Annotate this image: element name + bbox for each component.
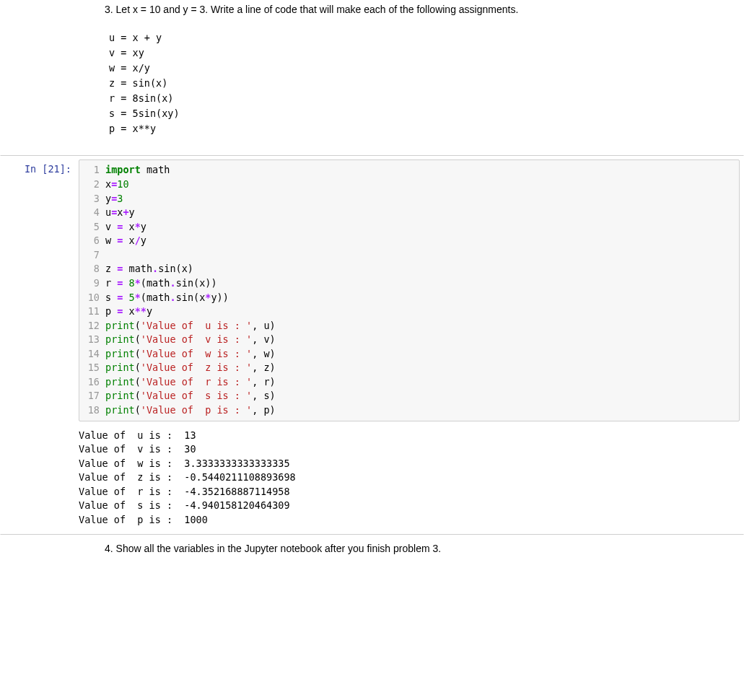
code-text: s = 5*(math.sin(x*y)) [105, 291, 739, 305]
line-number: 3 [79, 192, 105, 206]
output-area: Value of u is : 13 Value of v is : 30 Va… [79, 426, 740, 530]
code-line: 3y=3 [79, 192, 739, 206]
code-text: print('Value of z is : ', z) [105, 361, 739, 375]
code-line: 5v = x*y [79, 220, 739, 235]
code-input[interactable]: 1import math2x=103y=34u=x+y5v = x*y6w = … [79, 159, 740, 421]
code-line: 7 [79, 248, 739, 263]
line-number: 8 [79, 262, 105, 276]
code-text: import math [105, 163, 739, 178]
line-number: 12 [79, 319, 105, 333]
code-text: w = x/y [105, 234, 739, 248]
line-number: 4 [79, 206, 105, 220]
code-line: 6w = x/y [79, 234, 739, 248]
line-number: 18 [79, 403, 105, 418]
code-line: 10s = 5*(math.sin(x*y)) [79, 291, 739, 305]
code-line: 9r = 8*(math.sin(x)) [79, 276, 739, 291]
code-line: 15print('Value of z is : ', z) [79, 361, 739, 375]
code-line: 8z = math.sin(x) [79, 262, 739, 276]
line-number: 16 [79, 375, 105, 390]
code-line: 18print('Value of p is : ', p) [79, 403, 739, 418]
code-line: 14print('Value of w is : ', w) [79, 347, 739, 362]
code-cell[interactable]: In [21]: 1import math2x=103y=34u=x+y5v =… [0, 155, 744, 534]
question-3: 3. Let x = 10 and y = 3. Write a line of… [105, 2, 729, 17]
code-text: y=3 [105, 192, 739, 206]
code-text: v = x*y [105, 220, 739, 235]
code-line: 17print('Value of s is : ', s) [79, 389, 739, 403]
code-line: 11p = x**y [79, 305, 739, 319]
line-number: 14 [79, 347, 105, 362]
code-line: 16print('Value of r is : ', r) [79, 375, 739, 390]
line-number: 6 [79, 234, 105, 248]
code-text [105, 248, 739, 263]
code-line: 12print('Value of u is : ', u) [79, 319, 739, 333]
line-number: 2 [79, 178, 105, 192]
question-3-text: Let x = 10 and y = 3. Write a line of co… [116, 4, 519, 15]
code-text: print('Value of s is : ', s) [105, 389, 739, 403]
question-4-text: Show all the variables in the Jupyter no… [116, 543, 442, 554]
line-number: 15 [79, 361, 105, 375]
code-text: print('Value of u is : ', u) [105, 319, 739, 333]
line-number: 9 [79, 276, 105, 291]
code-line: 4u=x+y [79, 206, 739, 220]
code-text: print('Value of p is : ', p) [105, 403, 739, 418]
equations-block: u = x + y v = xy w = x/y z = sin(x) r = … [93, 17, 729, 149]
line-number: 11 [79, 305, 105, 319]
question-4: 4. Show all the variables in the Jupyter… [105, 541, 729, 556]
output-text: Value of u is : 13 Value of v is : 30 Va… [79, 426, 296, 530]
code-text: z = math.sin(x) [105, 262, 739, 276]
code-text: p = x**y [105, 305, 739, 319]
code-line: 13print('Value of v is : ', v) [79, 333, 739, 347]
line-number: 7 [79, 248, 105, 263]
prompt-area: In [21]: [1, 159, 79, 530]
question-3-number: 3. [105, 4, 113, 15]
question-4-number: 4. [105, 543, 113, 554]
code-text: print('Value of v is : ', v) [105, 333, 739, 347]
line-number: 5 [79, 220, 105, 235]
code-line: 1import math [79, 163, 739, 178]
code-text: r = 8*(math.sin(x)) [105, 276, 739, 291]
code-line: 2x=10 [79, 178, 739, 192]
markdown-cell-q4: 4. Show all the variables in the Jupyter… [0, 539, 744, 564]
input-prompt: In [21]: [25, 163, 71, 175]
line-number: 10 [79, 291, 105, 305]
markdown-cell-q3: 3. Let x = 10 and y = 3. Write a line of… [0, 0, 744, 151]
line-number: 13 [79, 333, 105, 347]
code-text: print('Value of w is : ', w) [105, 347, 739, 362]
line-number: 17 [79, 389, 105, 403]
code-text: u=x+y [105, 206, 739, 220]
line-number: 1 [79, 163, 105, 178]
code-text: x=10 [105, 178, 739, 192]
code-text: print('Value of r is : ', r) [105, 375, 739, 390]
